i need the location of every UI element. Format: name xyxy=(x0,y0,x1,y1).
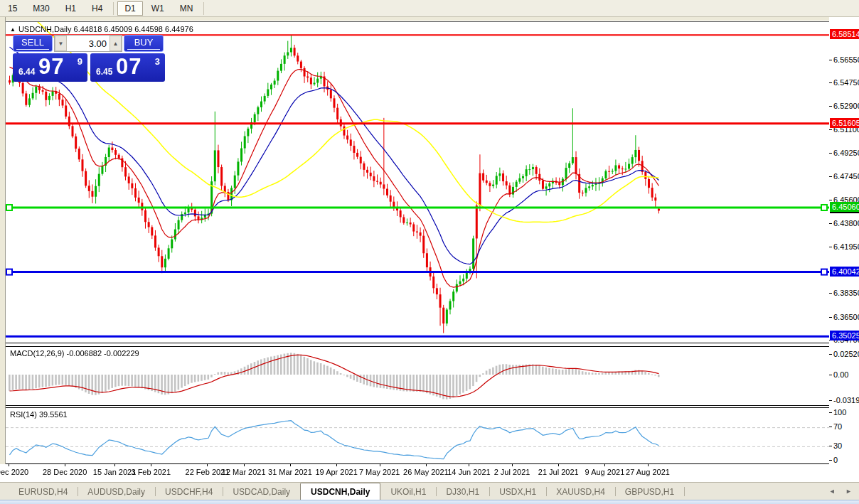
toolbar-separator xyxy=(113,2,114,15)
buy-price-pips: 07 xyxy=(116,54,142,80)
chart-tab-usdx[interactable]: USDX,H1 xyxy=(489,484,546,500)
axis-tick-mark xyxy=(829,427,832,427)
date-axis-label: 9 Aug 2021 xyxy=(585,468,625,476)
volume-spinner: ▼ ▲ xyxy=(54,35,122,52)
timeframe-button-mn[interactable]: MN xyxy=(173,1,201,16)
date-axis-tick xyxy=(65,464,65,466)
date-axis-label: 26 May 2021 xyxy=(403,468,449,476)
chart-tab-eurusd[interactable]: EURUSD,H4 xyxy=(9,484,78,500)
date-axis-tick xyxy=(469,464,469,466)
date-axis-tick xyxy=(151,464,151,466)
buy-price-handle: 6.45 xyxy=(96,67,112,77)
one-click-trading-widget: SELL ▼ ▲ BUY 6.44 97 9 xyxy=(13,35,165,82)
sell-button[interactable]: SELL xyxy=(13,35,53,52)
date-axis-tick xyxy=(290,464,291,466)
buy-price-display[interactable]: 6.45 07 3 xyxy=(90,53,165,82)
chart-tab-gbpusd[interactable]: GBPUSD,H1 xyxy=(615,484,684,500)
buy-button[interactable]: BUY xyxy=(124,35,164,52)
date-axis-tick xyxy=(604,464,605,466)
macd-indicator-pane[interactable]: MACD(12,26,9) -0.006882 -0.002229 xyxy=(6,347,829,405)
date-axis-tick xyxy=(648,464,649,466)
date-axis-label: 27 Aug 2021 xyxy=(626,468,670,476)
price-axis-tick: 6.47450 xyxy=(833,172,859,181)
timeframe-button-h1[interactable]: H1 xyxy=(58,1,83,16)
chart-tab-usdcad[interactable]: USDCAD,Daily xyxy=(223,484,300,500)
price-axis-tick: 100 xyxy=(833,408,846,417)
chart-tab-ukoil[interactable]: UKOil,H1 xyxy=(380,484,436,500)
timeframe-button-h4[interactable]: H4 xyxy=(85,1,110,16)
timeframe-button-15[interactable]: 15 xyxy=(1,1,24,16)
date-axis-tick xyxy=(380,464,380,466)
volume-input[interactable] xyxy=(67,36,110,51)
rsi-label: RSI(14) 39.5561 xyxy=(10,410,68,419)
tab-scroll-arrows[interactable]: ◄ ► xyxy=(829,488,856,495)
timeframe-button-d1[interactable]: D1 xyxy=(117,1,142,16)
chart-window-left-border xyxy=(0,17,6,464)
date-axis-label: 19 Apr 2021 xyxy=(315,468,357,476)
timeframe-button-w1[interactable]: W1 xyxy=(144,1,171,16)
axis-tick-mark xyxy=(829,106,832,107)
date-axis-label: 15 Jan 2021 xyxy=(93,468,137,476)
price-axis-tick: 6.43800 xyxy=(833,219,859,227)
axis-tick-mark xyxy=(829,293,832,294)
axis-tick-mark xyxy=(829,460,832,461)
chart-tab-usdchf[interactable]: USDCHF,H4 xyxy=(155,484,223,500)
price-axis-tick: 0.00 xyxy=(833,370,848,379)
axis-tick-mark xyxy=(829,400,832,401)
date-axis-tick xyxy=(336,464,337,466)
chart-tab-xauusd[interactable]: XAUUSD,H4 xyxy=(546,484,615,500)
chart-window: ▲USDCNH,Daily 6.44818 6.45009 6.44598 6.… xyxy=(0,17,859,482)
date-axis-tick xyxy=(244,464,245,466)
price-axis[interactable]: 6.565506.547506.529006.511006.492506.474… xyxy=(829,17,859,464)
date-axis-label: 7 May 2021 xyxy=(359,468,400,476)
price-badge: 6.45060 xyxy=(830,202,859,212)
volume-increase-button[interactable]: ▲ xyxy=(110,36,122,51)
date-axis[interactable]: 8 Dec 202028 Dec 202015 Jan 20213 Feb 20… xyxy=(0,464,859,482)
price-axis-tick: 6.49250 xyxy=(833,149,859,157)
tab-separator xyxy=(684,487,685,496)
price-badge: 6.51605 xyxy=(830,118,859,128)
date-axis-label: 8 Dec 2020 xyxy=(0,468,28,476)
toolbar-separator xyxy=(203,2,204,15)
axis-tick-mark xyxy=(829,354,832,355)
buy-price-point: 3 xyxy=(155,56,160,67)
date-axis-tick xyxy=(114,464,115,466)
price-axis-tick: 6.56550 xyxy=(833,55,859,64)
date-axis-label: 2 Jul 2021 xyxy=(494,468,530,476)
axis-tick-mark xyxy=(829,176,832,177)
date-axis-tick xyxy=(9,464,9,466)
collapse-arrow-icon[interactable]: ▲ xyxy=(10,26,16,33)
rsi-canvas[interactable] xyxy=(6,408,829,463)
status-bar xyxy=(0,500,859,504)
price-axis-tick: 0.025209 xyxy=(833,350,859,358)
rsi-indicator-pane[interactable]: RSI(14) 39.5561 xyxy=(6,408,829,463)
price-axis-tick: 6.38350 xyxy=(833,289,859,297)
chart-panes: ▲USDCNH,Daily 6.44818 6.45009 6.44598 6.… xyxy=(6,21,829,464)
chart-tab-audusd[interactable]: AUDUSD,Daily xyxy=(78,484,155,500)
macd-label: MACD(12,26,9) -0.006882 -0.002229 xyxy=(10,349,139,358)
axis-tick-mark xyxy=(829,412,832,413)
price-axis-tick: 6.36500 xyxy=(833,313,859,321)
axis-tick-mark xyxy=(829,317,832,318)
chart-tab-dj30[interactable]: DJ30,H1 xyxy=(436,484,489,500)
timeframe-button-m30[interactable]: M30 xyxy=(26,1,56,16)
date-axis-label: 3 Feb 2021 xyxy=(131,468,171,476)
chart-tab-bar: EURUSD,H4AUDUSD,DailyUSDCHF,H4USDCAD,Dai… xyxy=(0,482,859,500)
axis-tick-mark xyxy=(829,247,832,247)
terminal-window: 15M30H1H4D1W1MN ▲USDCNH,Daily 6.44818 6.… xyxy=(0,0,859,504)
chart-title: ▲USDCNH,Daily 6.44818 6.45009 6.44598 6.… xyxy=(10,25,193,33)
date-axis-tick xyxy=(426,464,427,466)
price-axis-tick: 0 xyxy=(833,456,838,464)
volume-decrease-button[interactable]: ▼ xyxy=(55,36,67,51)
price-chart-pane[interactable]: ▲USDCNH,Daily 6.44818 6.45009 6.44598 6.… xyxy=(6,21,829,343)
symbol-ohlc-text: USDCNH,Daily 6.44818 6.45009 6.44598 6.4… xyxy=(18,25,193,33)
sell-price-point: 9 xyxy=(78,56,82,67)
sell-price-display[interactable]: 6.44 97 9 xyxy=(13,53,87,82)
axis-tick-mark xyxy=(829,446,832,446)
sell-price-pips: 97 xyxy=(38,54,64,80)
date-axis-label: 21 Jul 2021 xyxy=(538,468,579,476)
price-axis-tick: -0.03198 xyxy=(833,396,859,404)
date-axis-label: 12 Mar 2021 xyxy=(222,468,266,476)
chart-tab-usdcnh[interactable]: USDCNH,Daily xyxy=(300,483,380,500)
price-badge: 6.35025 xyxy=(830,331,859,341)
